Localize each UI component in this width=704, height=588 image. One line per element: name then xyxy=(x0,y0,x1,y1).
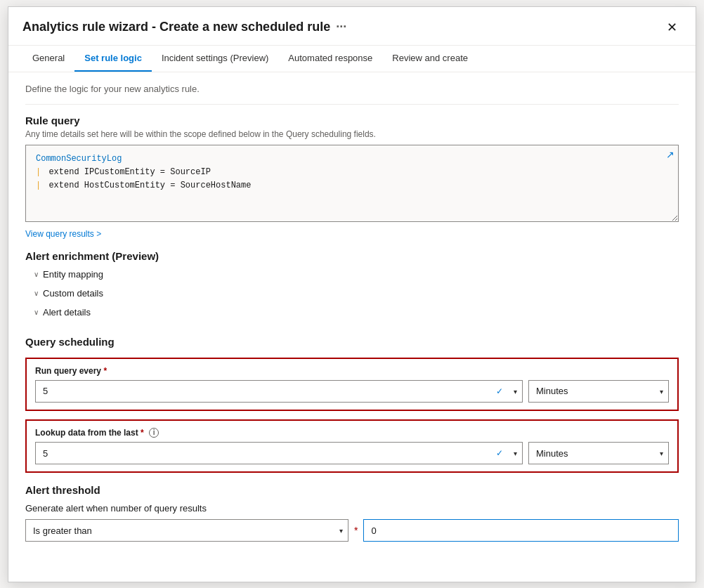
dialog-header: Analytics rule wizard - Create a new sch… xyxy=(8,7,696,46)
run-query-required: * xyxy=(103,366,107,376)
analytics-rule-dialog: Analytics rule wizard - Create a new sch… xyxy=(8,6,696,582)
rule-query-desc: Any time details set here will be within… xyxy=(25,129,679,139)
threshold-value-wrapper xyxy=(363,519,679,542)
dialog-title-dots[interactable]: ··· xyxy=(336,20,346,34)
lookup-data-info-icon[interactable]: i xyxy=(149,428,159,438)
query-box-wrapper: ↗ CommonSecurityLog | extend IPCustomEnt… xyxy=(25,145,679,222)
lookup-data-unit-wrapper: Minutes Hours Days ▾ xyxy=(528,442,669,464)
view-query-results-link[interactable]: View query results > xyxy=(25,229,101,239)
dialog-title: Analytics rule wizard - Create a new sch… xyxy=(22,20,346,34)
lookup-data-field-group: Lookup data from the last * i 5 10 15 30… xyxy=(25,419,679,473)
alert-enrichment-title: Alert enrichment (Preview) xyxy=(25,250,679,262)
threshold-value-input[interactable] xyxy=(363,519,679,542)
tab-automated-response[interactable]: Automated response xyxy=(278,46,382,72)
tab-incident-settings[interactable]: Incident settings (Preview) xyxy=(152,46,278,72)
entity-mapping-label: Entity mapping xyxy=(43,269,103,280)
dialog-title-text: Analytics rule wizard - Create a new sch… xyxy=(22,20,330,34)
lookup-data-unit-select[interactable]: Minutes Hours Days xyxy=(528,442,669,464)
run-query-row: 5 10 15 30 ✓ ▾ Minutes Hours Days xyxy=(35,380,669,403)
run-query-label: Run query every * xyxy=(35,366,669,376)
query-scheduling-title: Query scheduling xyxy=(25,336,679,348)
alert-enrichment-section: Alert enrichment (Preview) ∨ Entity mapp… xyxy=(25,250,679,322)
expand-icon[interactable]: ↗ xyxy=(666,149,674,160)
alert-details-chevron: ∨ xyxy=(34,308,39,316)
tab-general[interactable]: General xyxy=(22,46,74,72)
threshold-row: Is greater than Is less than Is equal to… xyxy=(25,519,679,542)
rule-query-title: Rule query xyxy=(25,115,679,126)
content-subtitle: Define the logic for your new analytics … xyxy=(25,84,679,94)
run-query-value-wrapper: 5 10 15 30 ✓ ▾ xyxy=(35,380,523,403)
alert-threshold-section: Alert threshold Generate alert when numb… xyxy=(25,484,679,542)
divider-1 xyxy=(25,104,679,105)
main-content: Define the logic for your new analytics … xyxy=(8,72,696,582)
alert-details-label: Alert details xyxy=(43,307,91,318)
run-query-value-select[interactable]: 5 10 15 30 xyxy=(35,380,523,403)
alert-threshold-title: Alert threshold xyxy=(25,484,679,496)
custom-details-chevron: ∨ xyxy=(34,289,39,297)
query-line-2: | extend IPCustomEntity = SourceIP xyxy=(36,166,668,179)
run-query-field-group: Run query every * 5 10 15 30 ✓ ▾ xyxy=(25,358,679,411)
query-line-1: CommonSecurityLog xyxy=(36,152,668,166)
threshold-condition-wrapper: Is greater than Is less than Is equal to… xyxy=(25,519,348,542)
lookup-data-row: 5 10 15 30 ✓ ▾ Minutes Hours Days xyxy=(35,442,669,464)
threshold-required-star: * xyxy=(354,525,358,536)
run-query-unit-wrapper: Minutes Hours Days ▾ xyxy=(528,380,669,403)
close-button[interactable]: ✕ xyxy=(663,18,682,37)
tab-set-rule-logic[interactable]: Set rule logic xyxy=(74,46,152,72)
query-editor[interactable]: CommonSecurityLog | extend IPCustomEntit… xyxy=(25,145,679,222)
alert-details-item[interactable]: ∨ Alert details xyxy=(25,303,679,322)
lookup-data-required: * xyxy=(141,428,144,438)
custom-details-label: Custom details xyxy=(43,288,103,299)
tab-review-create[interactable]: Review and create xyxy=(382,46,478,72)
tab-bar: General Set rule logic Incident settings… xyxy=(8,46,696,72)
lookup-data-value-wrapper: 5 10 15 30 ✓ ▾ xyxy=(35,442,523,464)
lookup-data-value-select[interactable]: 5 10 15 30 xyxy=(35,442,523,464)
lookup-data-label: Lookup data from the last * i xyxy=(35,428,669,438)
query-scheduling-section: Query scheduling Run query every * 5 10 … xyxy=(25,336,679,473)
custom-details-item[interactable]: ∨ Custom details xyxy=(25,284,679,303)
run-query-unit-select[interactable]: Minutes Hours Days xyxy=(528,380,669,403)
query-line-3: | extend HostCustomEntity = SourceHostNa… xyxy=(36,179,668,192)
entity-mapping-item[interactable]: ∨ Entity mapping xyxy=(25,265,679,284)
generate-alert-label: Generate alert when number of query resu… xyxy=(25,503,679,514)
entity-mapping-chevron: ∨ xyxy=(34,270,39,278)
threshold-condition-select[interactable]: Is greater than Is less than Is equal to… xyxy=(25,519,348,542)
